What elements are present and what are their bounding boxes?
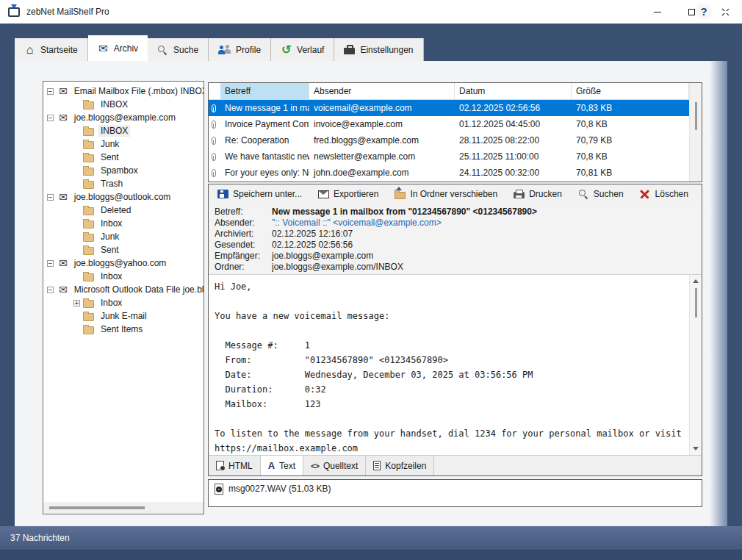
maximize-icon <box>688 9 695 15</box>
toolbar-button[interactable]: Exportieren <box>312 185 389 203</box>
tree-item[interactable]: Microsoft Outlook Data File joe.bl <box>43 283 203 296</box>
status-bar: 37 Nachrichten <box>0 526 742 550</box>
minimize-button[interactable] <box>641 0 674 24</box>
tree-item-label: joe.bloggs@example.com <box>72 112 178 123</box>
content-area: Email Mailbox File (.mbox) INBOX INBOX j… <box>15 61 727 526</box>
column-attachment[interactable] <box>209 83 220 99</box>
toolbar-button[interactable]: Löschen <box>634 185 699 203</box>
mail-sender: voicemail@example.com <box>309 103 455 113</box>
mail-size: 70,83 KB <box>572 103 689 113</box>
main-tab[interactable]: Verlauf <box>271 38 334 61</box>
column-groesse[interactable]: Größe <box>572 83 689 99</box>
tree-expander-icon[interactable] <box>47 194 54 201</box>
window-title: zebNet MailShelf Pro <box>26 7 109 17</box>
tree-item[interactable]: Email Mailbox File (.mbox) INBOX <box>43 85 203 98</box>
mail-sender: fred.bloggs@example.com <box>309 135 455 146</box>
main-tab-icon <box>281 45 292 55</box>
scroll-down-icon[interactable] <box>693 447 699 450</box>
tree-horizontal-scrollbar[interactable] <box>43 502 203 514</box>
tree-item-label: Inbox <box>98 218 124 229</box>
tree-item-icon <box>83 300 94 308</box>
main-tab-label: Profile <box>236 45 261 55</box>
view-tab[interactable]: Text <box>261 456 303 475</box>
column-datum[interactable]: Datum <box>455 83 572 99</box>
tree-item[interactable]: Trash <box>43 177 203 190</box>
tree-item-icon <box>83 326 94 334</box>
tree-expander-icon[interactable] <box>73 300 80 306</box>
tree-item-icon <box>83 207 94 215</box>
mail-row[interactable]: Invoice Payment Confirma... invoice@exam… <box>209 116 689 132</box>
main-tab-label: Startseite <box>40 45 78 55</box>
hamburger-menu-icon[interactable] <box>724 7 738 18</box>
mail-row[interactable]: We have fantastic news for... newsletter… <box>209 148 689 165</box>
tree-expander-icon[interactable] <box>47 88 54 95</box>
message-body-scrollbar[interactable] <box>689 275 702 455</box>
content-right-fade <box>710 61 727 526</box>
main-tab[interactable]: Profile <box>209 38 271 61</box>
tree-item[interactable]: joe.bloggs@outlook.com <box>43 190 203 204</box>
attachment-cell <box>209 137 220 145</box>
tree-item[interactable]: Junk E-mail <box>43 309 203 323</box>
mail-size: 70,8 KB <box>572 119 689 129</box>
detail-label: Ordner: <box>215 262 272 273</box>
tree-item-icon <box>83 168 94 176</box>
tree-item[interactable]: Sent <box>43 151 203 164</box>
main-tab[interactable]: Suche <box>148 38 209 61</box>
tree-item-label: Sent <box>98 151 121 163</box>
view-tab[interactable]: Quelltext <box>303 456 366 475</box>
main-tab[interactable]: Einstellungen <box>334 38 423 61</box>
toolbar-button-icon <box>514 192 525 198</box>
toolbar-button[interactable]: Suchen <box>572 185 634 203</box>
main-tab[interactable]: Archiv <box>88 35 148 61</box>
mail-size: 70,81 KB <box>572 168 689 178</box>
titlebar: zebNet MailShelf Pro <box>0 0 742 24</box>
toolbar-button[interactable]: Speichern unter... <box>212 185 312 203</box>
tree-scrollbar-thumb[interactable] <box>49 506 145 509</box>
tree-item[interactable]: Inbox <box>43 270 203 283</box>
tree-item[interactable]: Junk <box>43 137 203 151</box>
tree-item[interactable]: Inbox <box>43 296 203 309</box>
tree-item[interactable]: INBOX <box>43 98 203 111</box>
toolbar-button[interactable]: In Ordner verschieben <box>389 185 508 203</box>
main-tab[interactable]: Startseite <box>15 38 88 61</box>
tree-item[interactable]: Spambox <box>43 164 203 177</box>
mail-row[interactable]: For your eyes only: New ke... john.doe@e… <box>209 165 689 181</box>
column-absender[interactable]: Absender <box>309 83 455 99</box>
toolbar-button-label: Speichern unter... <box>233 189 302 199</box>
tree-item[interactable]: INBOX <box>43 124 203 137</box>
tree-item-icon <box>83 313 94 321</box>
mail-row[interactable]: Re: Cooperation fred.bloggs@example.com … <box>209 132 689 148</box>
detail-value: New message 1 in mailbox from "012345678… <box>272 207 537 218</box>
mail-subject: Re: Cooperation <box>220 135 309 146</box>
tree-item[interactable]: joe.bloggs@example.com <box>43 111 203 124</box>
toolbar-button[interactable]: Drucken <box>508 185 572 203</box>
tree-item[interactable]: Inbox <box>43 217 203 230</box>
status-message-count: 37 Nachrichten <box>10 533 70 543</box>
message-details: Betreff: New message 1 in mailbox from "… <box>209 204 702 274</box>
tree-expander-icon[interactable] <box>47 287 54 293</box>
tree-expander-icon[interactable] <box>47 115 54 121</box>
column-betreff[interactable]: Betreff <box>220 83 309 99</box>
help-button[interactable]: ? <box>696 4 712 20</box>
tree-item[interactable]: Sent Items <box>43 323 203 336</box>
tree-item[interactable]: Sent <box>43 243 203 256</box>
message-body-area: Hi Joe, You have a new voicemail message… <box>209 274 702 455</box>
mail-list-scrollbar-thumb[interactable] <box>695 102 697 130</box>
tree-expander-icon[interactable] <box>47 260 54 267</box>
scroll-up-icon[interactable] <box>693 279 699 283</box>
tree-item-label: Sent <box>98 244 121 256</box>
view-tab-label: Text <box>279 461 295 471</box>
message-scrollbar-thumb[interactable] <box>695 288 697 317</box>
attachment-name[interactable]: msg0027.WAV (51,03 KB) <box>228 484 331 495</box>
tree-item-icon <box>83 101 94 110</box>
view-tab[interactable]: HTML <box>209 456 261 475</box>
mail-row[interactable]: New message 1 in mailbox ... voicemail@e… <box>209 100 689 116</box>
tree-item-label: Inbox <box>98 270 124 282</box>
mail-subject: For your eyes only: New ke... <box>220 168 309 178</box>
tree-item[interactable]: Junk <box>43 230 203 243</box>
tree-item[interactable]: joe.bloggs@yahoo.com <box>43 256 203 270</box>
tree-item[interactable]: Deleted <box>43 204 203 217</box>
mail-list-scrollbar[interactable] <box>689 83 702 182</box>
view-tab[interactable]: Kopfzeilen <box>366 456 434 475</box>
toolbar-button[interactable]: Markieren ▾ <box>699 185 702 203</box>
